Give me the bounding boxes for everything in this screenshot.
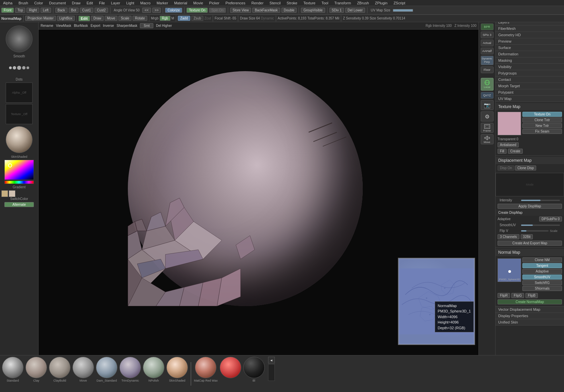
qxyz-btn[interactable]: QxYZ (481, 92, 494, 99)
sharpen-mask-btn[interactable]: SharpenMask (117, 24, 138, 28)
mat-matcap[interactable]: MatCap Red Wax (194, 357, 218, 382)
expand-left-btn[interactable]: ◄ (268, 357, 275, 363)
swatch-tan[interactable] (1, 190, 8, 197)
nm-smoothuv-btn[interactable]: SmoothUV (522, 275, 562, 280)
menu-macro[interactable]: Macro (139, 1, 152, 5)
zsub-btn[interactable]: Zsub (191, 16, 203, 21)
tm-create-btn[interactable]: Create (508, 149, 523, 154)
export-btn[interactable]: Export (91, 24, 100, 28)
double-btn[interactable]: Double (281, 8, 297, 13)
uv-map-header[interactable]: UV Map (496, 96, 564, 102)
texture-thumbnail[interactable] (498, 112, 521, 135)
mat-move[interactable]: Move (72, 357, 94, 382)
view-bot[interactable]: Bot (69, 8, 79, 13)
tm-fill-btn[interactable]: Fill (498, 149, 507, 154)
dpsubpix-btn[interactable]: DPSubPix 0 (539, 216, 562, 222)
view-right[interactable]: Right (27, 8, 39, 13)
display-props-header[interactable]: Display Properties (496, 313, 564, 319)
color-gradient[interactable] (4, 160, 34, 180)
tm-antialiased-btn[interactable]: Antialiased (498, 142, 519, 147)
geometry-hd-header[interactable]: Geometry HD (496, 32, 564, 38)
mat-claybuild[interactable]: ClayBuild (49, 357, 70, 382)
menu-zbrush[interactable]: ZBrush (356, 1, 370, 5)
mat-skin[interactable]: SkinShaded (166, 357, 188, 382)
disp-on-btn[interactable]: Disp On (498, 165, 514, 170)
view-cust2[interactable]: Cust2 (95, 8, 108, 13)
menu-preferences[interactable]: Preferences (224, 1, 246, 5)
frame-btn[interactable]: Frame (481, 123, 494, 133)
vector-disp-header[interactable]: Vector Displacement Map (496, 306, 564, 313)
backface-mask-btn[interactable]: BackFaceMask (252, 8, 280, 13)
del-higher-btn[interactable]: Del Higher (156, 24, 172, 28)
disp-map-header[interactable]: Displacement Map (496, 157, 564, 164)
nm-flipr-btn[interactable]: FlipR (498, 293, 510, 298)
menu-alpha[interactable]: Alpha (2, 1, 13, 5)
scale-btn[interactable]: Scale (118, 16, 132, 21)
nm-flipg-btn[interactable]: FlipG (511, 293, 524, 298)
rename-btn-stat[interactable]: Rename (41, 24, 53, 28)
bpr-btn[interactable]: BPR (481, 23, 494, 30)
viewmask-btn[interactable]: ViewMask (56, 24, 71, 28)
spin-on-btn[interactable]: Spin On (209, 8, 226, 13)
nm-thumbnail[interactable]: PM3D_Sphere3D (498, 258, 521, 282)
move-icon-btn[interactable]: Move (481, 134, 494, 144)
intensity-track[interactable] (521, 200, 560, 201)
floor-btn[interactable]: Floor (481, 66, 494, 73)
sdiv-btn[interactable]: SDiv 1 (329, 8, 344, 13)
inverse-btn[interactable]: Inverse (103, 24, 114, 28)
menu-material[interactable]: Material (173, 1, 188, 5)
nm-section-header[interactable]: Normal Map (496, 249, 564, 256)
menu-file[interactable]: File (98, 1, 106, 5)
menu-edit[interactable]: Edit (86, 1, 94, 5)
mat-dam[interactable]: Dam_Standard (96, 357, 117, 382)
clone-nm-btn[interactable]: Clone NM (522, 257, 562, 262)
projection-master-btn[interactable]: Projection Master (25, 16, 56, 21)
menu-marker[interactable]: Marker (156, 1, 169, 5)
draw-btn[interactable]: Draw (91, 16, 103, 21)
create-normalmap-btn[interactable]: Create NormalMap (498, 299, 562, 304)
dots-preview[interactable] (6, 59, 33, 76)
mat-black[interactable]: Bl (243, 357, 265, 382)
lightbox-btn[interactable]: LightBox (57, 16, 75, 21)
color-spectrum[interactable] (4, 181, 34, 184)
menu-stroke[interactable]: Stroke (286, 1, 298, 5)
menu-zscript[interactable]: ZScript (393, 1, 406, 5)
nm-tangent-btn[interactable]: Tangent (522, 263, 562, 268)
nm-switchrg-btn[interactable]: SwitchRG (522, 280, 562, 285)
scale-track[interactable] (521, 230, 549, 232)
menu-tool[interactable]: Tool (320, 1, 329, 5)
menu-brush[interactable]: Brush (17, 1, 29, 5)
morph-target-header[interactable]: Morph Target (496, 83, 564, 89)
edit-btn[interactable]: Edit (79, 16, 90, 21)
menu-document[interactable]: Document (48, 1, 67, 5)
surface-header[interactable]: Surface (496, 45, 564, 51)
swatch-light[interactable] (9, 190, 15, 197)
nav-next[interactable]: >> (152, 8, 161, 13)
nav-prev[interactable]: << (142, 8, 151, 13)
tm-fix-seam-btn[interactable]: Fix Seam (522, 129, 562, 134)
dynamic-perp-btn[interactable]: DynamicPerp (481, 56, 494, 65)
view-front[interactable]: Front (1, 8, 14, 13)
canvas-area[interactable]: NormalMap PM3D_Sphere3D_1 Width=4096 Hei… (39, 22, 478, 355)
viewport[interactable]: NormalMap PM3D_Sphere3D_1 Width=4096 Hei… (39, 22, 478, 355)
tm-new-txtr-btn[interactable]: New Txtr (522, 123, 562, 128)
menu-render[interactable]: Render (250, 1, 264, 5)
camera-icon-btn[interactable]: 📷 (481, 100, 494, 110)
view-left[interactable]: Left (41, 8, 51, 13)
rotate-btn[interactable]: Rotate (133, 16, 147, 21)
tm-texture-on-btn[interactable]: Texture On (522, 112, 562, 117)
mat-trim[interactable]: TrimDynamic (119, 357, 141, 382)
menu-layer[interactable]: Layer (110, 1, 121, 5)
aahalf-btn[interactable]: AAHalf (481, 48, 494, 54)
menu-light[interactable]: Light (125, 1, 135, 5)
menu-stencil[interactable]: Stencil (268, 1, 281, 5)
view-top[interactable]: Top (15, 8, 25, 13)
brush-preview[interactable] (6, 26, 33, 52)
mat-red[interactable] (220, 357, 241, 379)
contact-header[interactable]: Contact (496, 77, 564, 83)
color-picker[interactable] (4, 160, 34, 184)
texture-map-header[interactable]: Texture Map (496, 103, 564, 110)
local-btn[interactable]: Local (481, 78, 494, 91)
preview-header[interactable]: Preview (496, 38, 564, 45)
visibility-header[interactable]: Visibility (496, 64, 564, 70)
